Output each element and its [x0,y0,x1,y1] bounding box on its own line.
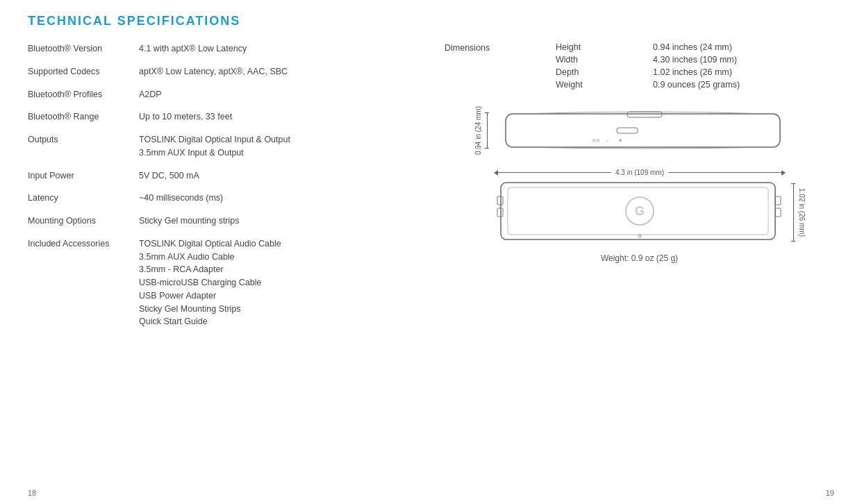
dim-weight-label: Weight [556,80,611,90]
spec-mounting-options-value: Sticky Gel mounting strips [139,215,417,228]
dim-height-value: 0.94 inches (24 mm) [653,42,732,52]
dim-depth-label: Depth [556,67,611,77]
top-device-svg: G [494,179,786,245]
spec-latency-label: Latency [28,192,139,205]
spec-included-accessories-value: TOSLINK Digital Optical Audio Cable 3.5m… [139,237,417,328]
spec-mounting-options-label: Mounting Options [28,215,139,228]
page-number-right: 19 [826,489,834,497]
dim-width-row: Width 4.30 inches (109 mm) [556,55,834,65]
spec-bluetooth-profiles: Bluetooth® Profiles A2DP [28,88,417,101]
svg-rect-11 [775,208,781,217]
svg-text:G: G [635,204,645,218]
spec-supported-codecs: Supported Codecs aptX® Low Latency, aptX… [28,65,417,78]
spec-outputs-line1: TOSLINK Digital Optical Input & Output [139,133,417,146]
svg-rect-1 [627,112,662,117]
spec-bluetooth-profiles-value: A2DP [139,88,417,101]
dim-weight-value: 0.9 ounces (25 grams) [653,80,740,90]
dim-height-row: Height 0.94 inches (24 mm) [556,42,834,52]
spec-input-power-value: 5V DC, 500 mA [139,169,417,183]
svg-text:AUX: AUX [592,138,600,142]
spec-input-power-label: Input Power [28,169,139,183]
page: TECHNICAL SPECIFICATIONS Bluetooth® Vers… [0,0,862,504]
svg-point-14 [638,235,641,237]
left-panel: Bluetooth® Version 4.1 with aptX® Low La… [28,42,417,338]
svg-rect-10 [775,196,781,205]
spec-supported-codecs-label: Supported Codecs [28,65,139,78]
spec-included-accessories: Included Accessories TOSLINK Digital Opt… [28,237,417,328]
svg-text:✱: ✱ [619,138,622,142]
right-panel: Dimensions Height 0.94 inches (24 mm) Wi… [417,42,834,338]
spec-bluetooth-range-value: Up to 10 meters, 33 feet [139,110,417,124]
dim-height-label: Height [556,42,611,52]
spec-bluetooth-version: Bluetooth® Version 4.1 with aptX® Low La… [28,42,417,56]
width-measure: 4.3 in (109 mm) [494,169,786,176]
dimensions-section: Dimensions Height 0.94 inches (24 mm) Wi… [445,42,834,92]
spec-input-power: Input Power 5V DC, 500 mA [28,169,417,183]
top-view-section: 4.3 in (109 mm) [494,169,806,245]
dimensions-rows: Height 0.94 inches (24 mm) Width 4.30 in… [556,42,834,92]
top-view-container: G 1.02 in (26 mm) [494,179,806,245]
page-title: TECHNICAL SPECIFICATIONS [28,14,834,28]
arrow-line-left [498,172,611,173]
side-view-diagram: 0.94 in (24 mm) [474,106,790,155]
svg-rect-8 [497,196,503,205]
spec-included-accessories-label: Included Accessories [28,237,139,251]
svg-rect-2 [617,128,638,133]
accessory-line1: TOSLINK Digital Optical Audio Cable [139,237,417,251]
spec-bluetooth-version-value: 4.1 with aptX® Low Latency [139,42,417,56]
spec-outputs-line2: 3.5mm AUX Input & Output [139,146,417,160]
spec-outputs: Outputs TOSLINK Digital Optical Input & … [28,133,417,160]
dimensions-label-area: Dimensions [445,42,556,92]
spec-outputs-label: Outputs [28,133,139,146]
spec-mounting-options: Mounting Options Sticky Gel mounting str… [28,215,417,228]
side-height-label: 0.94 in (24 mm) [474,106,482,155]
width-measure-label: 4.3 in (109 mm) [611,169,668,176]
page-number-left: 18 [28,489,36,497]
spec-bluetooth-range-label: Bluetooth® Range [28,110,139,124]
accessory-line7: Quick Start Guide [139,315,417,328]
spec-bluetooth-range: Bluetooth® Range Up to 10 meters, 33 fee… [28,110,417,124]
dimensions-title: Dimensions [445,43,490,53]
dim-width-label: Width [556,55,611,65]
spec-latency-value: ~40 milliseconds (ms) [139,192,417,205]
arrow-line-right [668,172,781,173]
content-area: Bluetooth® Version 4.1 with aptX® Low La… [28,42,834,338]
diagrams: 0.94 in (24 mm) [445,106,834,263]
depth-bracket: 1.02 in (26 mm) [791,183,806,242]
accessory-line6: Sticky Gel Mounting Strips [139,303,417,316]
dim-width-value: 4.30 inches (109 mm) [653,55,737,65]
dim-depth-row: Depth 1.02 inches (26 mm) [556,67,834,77]
page-numbers: 18 19 [28,489,834,497]
spec-latency: Latency ~40 milliseconds (ms) [28,192,417,205]
accessory-line5: USB Power Adapter [139,289,417,303]
dim-weight-row: Weight 0.9 ounces (25 grams) [556,80,834,90]
side-device-svg: AUX ⌂ ✱ [499,108,790,153]
accessory-line2: 3.5mm AUX Audio Cable [139,251,417,264]
dim-depth-value: 1.02 inches (26 mm) [653,67,732,77]
accessory-line4: USB-microUSB Charging Cable [139,276,417,289]
spec-supported-codecs-value: aptX® Low Latency, aptX®, AAC, SBC [139,65,417,78]
depth-label: 1.02 in (26 mm) [798,188,806,237]
spec-outputs-value: TOSLINK Digital Optical Input & Output 3… [139,133,417,160]
arrow-right [781,170,786,176]
weight-note: Weight: 0.9 oz (25 g) [601,253,678,263]
spec-bluetooth-profiles-label: Bluetooth® Profiles [28,88,139,101]
svg-rect-0 [506,114,780,147]
accessory-line3: 3.5mm - RCA Adapter [139,263,417,276]
svg-text:⌂: ⌂ [606,138,608,142]
spec-bluetooth-version-label: Bluetooth® Version [28,42,139,56]
svg-rect-9 [497,208,503,217]
